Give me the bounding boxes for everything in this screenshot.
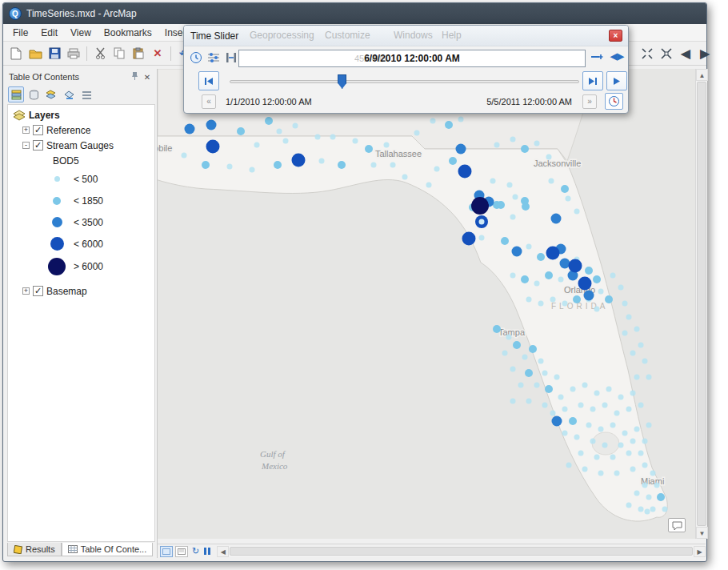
gauge-point	[550, 297, 556, 303]
legend-symbol-lt6000	[50, 237, 64, 251]
print-icon[interactable]	[65, 45, 82, 62]
stream-gauges-label[interactable]: Stream Gauges	[46, 140, 114, 151]
next-extent-icon[interactable]: ▶	[696, 45, 714, 62]
save-icon[interactable]	[46, 45, 63, 62]
list-by-visibility-icon[interactable]	[43, 86, 59, 102]
skip-forward-button[interactable]: »	[582, 94, 597, 109]
map-horizontal-scrollbar[interactable]: ◀ ▶	[217, 546, 706, 557]
scroll-left-icon[interactable]: ◀	[217, 546, 229, 557]
legend-item: < 1850	[8, 190, 154, 211]
layout-view-button[interactable]	[175, 546, 188, 557]
gauge-point	[642, 439, 648, 444]
expand-icon[interactable]: +	[22, 287, 30, 295]
gauge-point	[638, 343, 644, 348]
options-icon[interactable]	[205, 49, 222, 66]
scroll-down-icon[interactable]: ▼	[696, 527, 708, 539]
gauge-point	[578, 403, 584, 408]
tree-item-basemap[interactable]: + ✓ Basemap	[8, 283, 154, 299]
list-by-drawing-order-icon[interactable]	[8, 86, 24, 102]
menu-edit[interactable]: Edit	[34, 25, 64, 41]
open-folder-icon[interactable]	[26, 45, 44, 62]
time-extent-icon[interactable]	[222, 49, 240, 66]
tree-item-stream-gauges[interactable]: - ✓ Stream Gauges	[8, 138, 154, 153]
copy-icon[interactable]	[110, 45, 128, 62]
basemap-label[interactable]: Basemap	[46, 286, 87, 297]
data-view-button[interactable]	[160, 546, 173, 557]
collapse-icon[interactable]: -	[22, 142, 30, 149]
menu-view[interactable]: View	[64, 25, 98, 41]
stream-gauges-checkbox[interactable]: ✓	[33, 140, 43, 151]
vertical-scroll-thumb[interactable]	[697, 82, 706, 526]
time-properties-button[interactable]	[605, 93, 623, 110]
time-slider-track-row	[184, 70, 628, 91]
toc-tree: Layers + ✓ Reference - ✓ Stream Gauges B…	[7, 104, 155, 542]
gauge-point	[538, 359, 544, 364]
list-by-selection-icon[interactable]	[61, 86, 77, 102]
current-time-box[interactable]: 452.406 6/9/2010 12:00:00 AM	[238, 50, 586, 67]
map-canvas[interactable]: MobileTallahasseeJacksonvilleOrlandoTamp…	[158, 69, 695, 539]
gauge-point	[182, 153, 187, 159]
gauge-point	[634, 375, 640, 380]
tab-table-of-contents[interactable]: Table Of Conte...	[62, 543, 154, 556]
layers-root-label: Layers	[29, 110, 60, 121]
enable-time-icon[interactable]	[187, 49, 205, 66]
go-to-start-button[interactable]	[198, 71, 219, 90]
expand-icon[interactable]: +	[22, 126, 30, 134]
layers-icon	[13, 110, 26, 121]
time-slider-track[interactable]	[230, 80, 579, 83]
window-title: TimeSeries.mxd - ArcMap	[26, 8, 137, 19]
ghost-menu-windows: Windows	[394, 30, 433, 41]
reference-checkbox[interactable]: ✓	[33, 125, 43, 135]
basemap-checkbox[interactable]: ✓	[33, 286, 43, 296]
map-vertical-scrollbar[interactable]: ▲ ▼	[695, 69, 707, 539]
horizontal-scroll-thumb[interactable]	[230, 547, 693, 556]
menu-file[interactable]: File	[6, 25, 34, 41]
scroll-up-icon[interactable]: ▲	[696, 69, 708, 81]
menu-bookmarks[interactable]: Bookmarks	[98, 25, 158, 41]
tab-results[interactable]: Results	[7, 543, 62, 556]
gauge-point	[602, 443, 608, 448]
gauge-point	[365, 145, 373, 153]
new-document-icon[interactable]	[7, 45, 25, 62]
time-slider-title: Time Slider	[190, 30, 238, 42]
gauge-point	[618, 443, 624, 448]
refresh-icon[interactable]: ↻	[192, 546, 199, 556]
tree-item-reference[interactable]: + ✓ Reference	[8, 122, 154, 138]
play-button[interactable]	[606, 71, 627, 90]
previous-extent-icon[interactable]: ◀	[677, 45, 694, 62]
gauge-point	[569, 417, 577, 425]
step-forward-button[interactable]	[582, 71, 603, 90]
time-slider-titlebar[interactable]: Geoprocessing Customize Windows Help Tim…	[184, 26, 628, 46]
skip-back-button[interactable]: «	[202, 94, 216, 109]
tree-item-layers[interactable]: Layers	[8, 107, 154, 122]
time-slider-handle[interactable]	[338, 74, 346, 89]
reference-label[interactable]: Reference	[46, 125, 90, 136]
gauge-point	[283, 138, 289, 144]
close-panel-icon[interactable]: ✕	[141, 71, 154, 83]
fixed-zoom-out-icon[interactable]	[658, 45, 675, 62]
cut-icon[interactable]	[91, 45, 109, 62]
delete-icon[interactable]: ✕	[149, 45, 166, 62]
pin-icon[interactable]	[128, 71, 141, 83]
gauge-point	[626, 451, 632, 456]
fixed-zoom-in-icon[interactable]	[638, 45, 656, 62]
options-icon[interactable]	[78, 86, 94, 102]
list-by-source-icon[interactable]	[26, 86, 42, 102]
gauge-point	[566, 196, 571, 202]
legend-symbol-lt1850	[53, 197, 61, 205]
pause-drawing-icon[interactable]	[204, 548, 210, 555]
gauge-point	[227, 164, 233, 170]
gauge-point	[506, 335, 512, 340]
scroll-right-icon[interactable]: ▶	[694, 546, 706, 557]
time-slider-dialog[interactable]: Geoprocessing Customize Windows Help Tim…	[183, 25, 629, 114]
gauge-point	[542, 403, 548, 408]
map-tip-button[interactable]	[668, 518, 686, 532]
gauge-point	[512, 247, 522, 257]
gauge-point	[622, 331, 628, 336]
close-icon[interactable]: ×	[609, 30, 622, 42]
toc-title: Table Of Contents	[9, 72, 128, 82]
toc-header: Table Of Contents ✕	[6, 69, 157, 85]
window-titlebar[interactable]: Q TimeSeries.mxd - ArcMap	[3, 3, 706, 24]
paste-icon[interactable]	[130, 45, 147, 62]
gauge-point	[626, 503, 632, 508]
